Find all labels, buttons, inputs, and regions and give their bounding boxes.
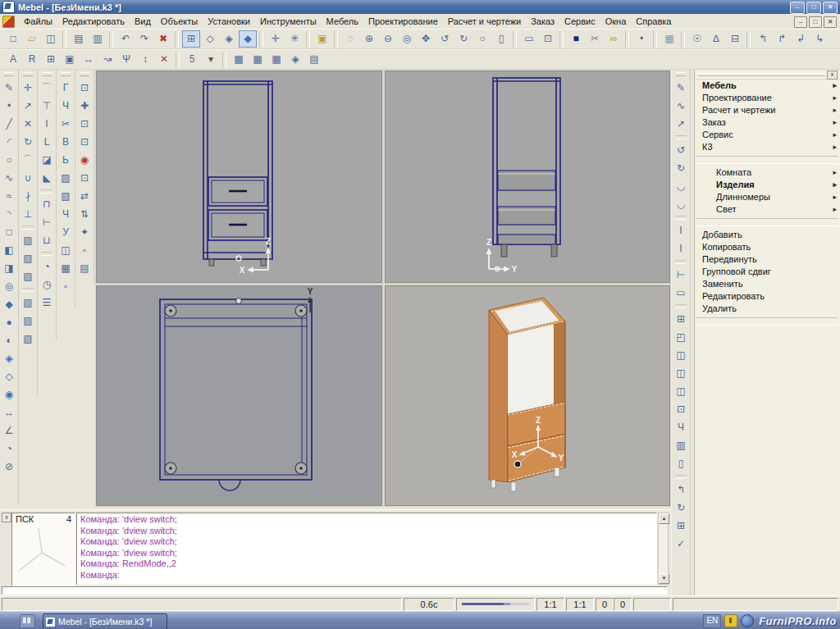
zoom-out-button[interactable]: ⊖ [379, 30, 397, 48]
folder-out-tool[interactable]: ↰ [672, 481, 690, 499]
joint-t-tool[interactable]: ⊤ [38, 98, 56, 115]
viewport-3d-view[interactable]: Z X Y [385, 285, 670, 506]
light-source-button[interactable]: ☉ [688, 30, 706, 48]
mdi-minimize-button[interactable]: – [794, 16, 807, 28]
separator[interactable] [681, 31, 685, 48]
segment-break-tool[interactable]: ∤ [19, 188, 37, 205]
command-history[interactable]: Команда: 'dview switch;Команда: 'dview s… [76, 513, 657, 585]
action-udalit[interactable]: Удалить ▸ [695, 303, 840, 315]
undo-button[interactable]: ↶ [116, 30, 135, 48]
copy2-tool[interactable]: ⊡ [75, 116, 94, 133]
zoom-in-button[interactable]: ⊕ [360, 30, 378, 48]
separator[interactable] [334, 31, 338, 48]
hook-tool[interactable]: ✓ [672, 536, 690, 553]
action-peredvinut[interactable]: Передвинуть ▸ [695, 253, 840, 266]
command-scrollbar[interactable]: ▲ ▼ [658, 513, 669, 585]
command-input[interactable] [2, 586, 668, 595]
dotted-box2-tool[interactable]: ▫ [75, 242, 94, 259]
pan-hand-button[interactable]: ✥ [417, 30, 435, 48]
separator[interactable] [625, 31, 629, 48]
separator[interactable] [62, 31, 66, 48]
scene-import-button[interactable]: ↲ [792, 30, 810, 48]
minimize-button[interactable]: – [790, 2, 805, 14]
menu-item[interactable]: Файлы [19, 15, 57, 29]
panel-hatch-4-tool[interactable]: ▧ [19, 294, 37, 312]
orbit-plus-tool[interactable]: ↻ [672, 160, 690, 177]
anchor-bottom-tool[interactable]: ⊔ [38, 232, 56, 249]
action-kopirovat[interactable]: Копировать ▸ [695, 241, 840, 253]
panel-hatch-5-tool[interactable]: ▨ [19, 312, 37, 330]
door-exit-tool[interactable]: ⊡ [672, 401, 690, 418]
redo-button[interactable]: ↷ [135, 30, 153, 48]
anchor-top-tool[interactable]: ⊓ [38, 196, 56, 213]
rectangle-tool[interactable]: □ [0, 224, 18, 241]
menu-item[interactable]: Инструменты [255, 15, 322, 29]
separator[interactable] [22, 226, 34, 230]
separator[interactable] [109, 31, 113, 48]
action-redaktirovat[interactable]: Редактировать ▸ [695, 290, 840, 303]
separator[interactable] [653, 31, 657, 48]
restore-button[interactable]: □ [806, 2, 821, 14]
arc-tool[interactable]: ◜ [0, 134, 18, 151]
path-node-button[interactable]: ↝ [98, 51, 116, 68]
scroll-up-button[interactable]: ▲ [659, 513, 669, 524]
line-tool[interactable]: ╱ [0, 116, 18, 133]
separator[interactable] [675, 135, 687, 139]
menu-item[interactable]: Редактировать [57, 15, 130, 29]
color-swatch-button[interactable]: ■ [567, 30, 585, 48]
scroll-down-button[interactable]: ▼ [659, 573, 669, 584]
replace-tool-button[interactable]: R [23, 51, 41, 68]
menu-item[interactable]: Проектирование [363, 15, 443, 29]
node-move-tool[interactable]: ↗ [19, 98, 37, 115]
display-settings-button[interactable]: ⊟ [726, 30, 744, 48]
mdi-restore-button[interactable]: □ [809, 16, 822, 28]
node-rotate-tool[interactable]: ↻ [19, 134, 37, 151]
menu-item[interactable]: Расчет и чертежи [443, 15, 526, 29]
menu-item[interactable]: Вид [130, 15, 156, 29]
print-button[interactable]: ▤ [70, 30, 88, 48]
bend-plus-tool[interactable]: ◡ [672, 196, 690, 213]
dim-h-tool[interactable]: ⊢ [672, 267, 690, 284]
separator[interactable] [22, 288, 34, 292]
dim-delete-button[interactable]: ✕ [155, 51, 173, 68]
scale-ruler-button[interactable]: ▯ [492, 30, 510, 48]
closed-spline-tool[interactable]: ≈ [0, 188, 18, 205]
calc-report-button[interactable]: ▦ [230, 51, 248, 68]
spline-3d-tool[interactable]: ∿ [672, 98, 690, 115]
panel-hatch-3-tool[interactable]: ▨ [19, 268, 37, 285]
viewport-layout-button[interactable]: ⊞ [182, 30, 200, 48]
separator[interactable] [222, 52, 226, 68]
separator[interactable] [306, 31, 310, 48]
assembly-tool[interactable]: ◫ [57, 242, 75, 259]
dim-angular-tool[interactable]: ∠ [0, 422, 18, 440]
corner-duct-tool[interactable]: Γ [57, 80, 75, 97]
separator[interactable] [259, 31, 263, 48]
pencil-tool[interactable]: ✎ [0, 80, 18, 97]
panel-corner-tool[interactable]: ◰ [672, 329, 690, 346]
grid-card-tool[interactable]: ▤ [75, 260, 94, 277]
panel-hatch-1-tool[interactable]: ▨ [19, 232, 37, 249]
panel-b1-tool[interactable]: В [57, 134, 75, 151]
bend-tool[interactable]: ◡ [672, 178, 690, 195]
zoom-previous-button[interactable]: ◌ [341, 30, 359, 48]
drop2-tool[interactable]: ◇ [0, 368, 18, 385]
door-config-tool[interactable]: Ч [672, 419, 690, 436]
attributes-text-button[interactable]: А [4, 51, 22, 68]
cut-material-button[interactable]: ✂ [586, 30, 604, 48]
copy4-tool[interactable]: ⊡ [75, 170, 94, 187]
menu-item[interactable]: Объекты [156, 15, 203, 29]
separator[interactable] [675, 304, 687, 308]
action-zamenit[interactable]: Заменить ▸ [695, 278, 840, 290]
copy-properties-button[interactable]: ⊡ [539, 30, 557, 48]
tray-shield-icon[interactable] [724, 614, 737, 627]
orbit-view-button[interactable]: ↺ [436, 30, 454, 48]
panel-close-button[interactable]: x [827, 71, 838, 80]
segment-join-tool[interactable]: ∪ [19, 170, 37, 187]
menu-servis[interactable]: Сервис ▸ [695, 129, 840, 141]
orbit-tool[interactable]: ↺ [672, 142, 690, 159]
table-tool[interactable]: ▦ [57, 260, 75, 277]
language-indicator[interactable]: EN [703, 614, 721, 628]
symmetry-button[interactable]: Ψ [117, 51, 135, 68]
refresh-view-button[interactable]: ↻ [454, 30, 472, 48]
camera-walk-button[interactable]: ✛ [267, 30, 285, 48]
